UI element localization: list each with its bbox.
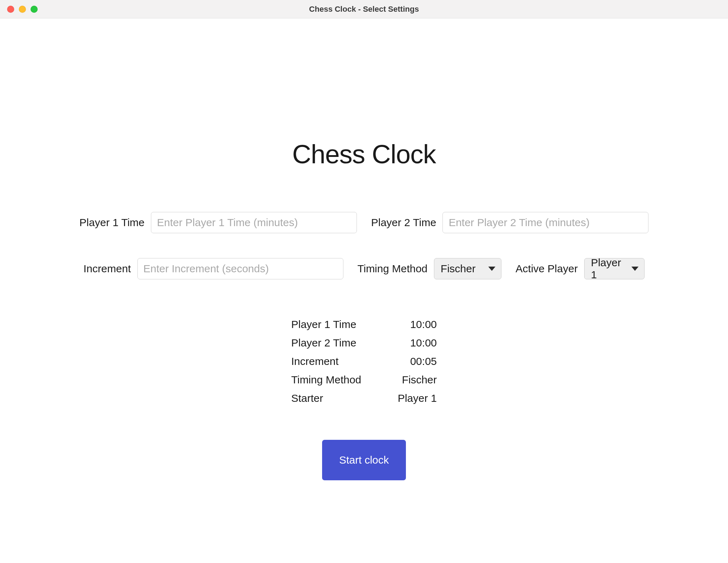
titlebar: Chess Clock - Select Settings — [0, 0, 728, 18]
summary-value: 00:05 — [380, 355, 437, 367]
player1-time-label: Player 1 Time — [80, 217, 145, 229]
start-clock-button[interactable]: Start clock — [322, 440, 406, 480]
content-area: Chess Clock Player 1 Time Player 2 Time … — [0, 18, 728, 480]
timing-method-group: Timing Method Fischer — [358, 258, 501, 279]
player2-time-input[interactable] — [442, 212, 648, 233]
page-title: Chess Clock — [292, 139, 436, 169]
summary-label: Player 1 Time — [291, 318, 376, 330]
player1-time-input[interactable] — [151, 212, 357, 233]
timing-method-label: Timing Method — [358, 263, 428, 275]
summary-label: Timing Method — [291, 374, 376, 386]
summary-value: Player 1 — [380, 392, 437, 404]
chevron-down-icon — [488, 267, 495, 271]
settings-summary: Player 1 Time 10:00 Player 2 Time 10:00 … — [291, 318, 437, 404]
form-row-options: Increment Timing Method Fischer Active P… — [80, 258, 649, 279]
increment-group: Increment — [83, 258, 343, 279]
chevron-down-icon — [631, 267, 639, 271]
summary-value: 10:00 — [380, 337, 437, 349]
increment-label: Increment — [83, 263, 131, 275]
summary-value: Fischer — [380, 374, 437, 386]
timing-method-select[interactable]: Fischer — [434, 258, 501, 279]
active-player-label: Active Player — [516, 263, 578, 275]
active-player-group: Active Player Player 1 — [516, 258, 645, 279]
close-icon[interactable] — [7, 6, 14, 13]
window-title: Chess Clock - Select Settings — [309, 5, 419, 14]
summary-label: Player 2 Time — [291, 337, 376, 349]
summary-label: Starter — [291, 392, 376, 404]
settings-form: Player 1 Time Player 2 Time Increment Ti… — [80, 212, 649, 279]
player2-time-group: Player 2 Time — [371, 212, 648, 233]
summary-value: 10:00 — [380, 318, 437, 330]
active-player-selected: Player 1 — [591, 257, 626, 281]
active-player-select[interactable]: Player 1 — [584, 258, 645, 279]
summary-label: Increment — [291, 355, 376, 367]
form-row-times: Player 1 Time Player 2 Time — [80, 212, 649, 233]
maximize-icon[interactable] — [31, 6, 38, 13]
window-controls — [7, 6, 38, 13]
increment-input[interactable] — [137, 258, 343, 279]
timing-method-selected: Fischer — [441, 263, 476, 275]
minimize-icon[interactable] — [19, 6, 26, 13]
player1-time-group: Player 1 Time — [80, 212, 357, 233]
player2-time-label: Player 2 Time — [371, 217, 436, 229]
app-window: Chess Clock - Select Settings Chess Cloc… — [0, 0, 728, 563]
